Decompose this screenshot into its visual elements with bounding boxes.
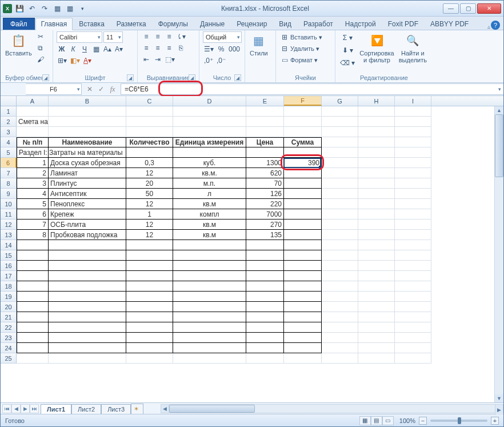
ribbon-tab-10[interactable]: ABBYY PDF bbox=[425, 18, 474, 30]
font-name-combo[interactable]: Calibri bbox=[57, 31, 102, 43]
cell[interactable] bbox=[49, 117, 126, 127]
cell[interactable] bbox=[126, 117, 173, 127]
col-header-A[interactable]: A bbox=[17, 96, 49, 106]
cell[interactable] bbox=[246, 281, 284, 292]
cell[interactable]: Плинтус bbox=[49, 178, 126, 189]
cell[interactable] bbox=[246, 127, 284, 137]
cell[interactable] bbox=[17, 302, 49, 312]
cell[interactable]: 1 bbox=[17, 158, 49, 168]
cell[interactable] bbox=[173, 322, 246, 333]
cell[interactable] bbox=[358, 147, 395, 158]
paste-button[interactable]: 📋 Вставить bbox=[4, 31, 33, 58]
col-header-F[interactable]: F bbox=[284, 96, 322, 106]
cell[interactable] bbox=[395, 117, 431, 127]
page-layout-view-icon[interactable]: ▤ bbox=[371, 416, 382, 425]
cell[interactable] bbox=[49, 281, 126, 292]
chevron-down-icon[interactable]: ▾ bbox=[77, 86, 80, 92]
cell[interactable]: Пеноплекс bbox=[49, 199, 126, 209]
name-box[interactable]: F6▾ bbox=[26, 83, 82, 95]
undo-icon[interactable]: ↶ bbox=[27, 3, 37, 14]
cell[interactable] bbox=[322, 261, 358, 271]
cell[interactable] bbox=[126, 353, 173, 364]
cell[interactable] bbox=[284, 271, 322, 281]
cell[interactable] bbox=[126, 147, 173, 158]
cell[interactable]: Наименование bbox=[49, 137, 126, 147]
cell[interactable]: 12 bbox=[126, 199, 173, 209]
col-header-H[interactable]: H bbox=[358, 96, 395, 106]
fx-icon[interactable]: fx bbox=[108, 85, 117, 94]
cell[interactable] bbox=[49, 353, 126, 364]
cell[interactable] bbox=[395, 137, 431, 147]
cell[interactable] bbox=[17, 281, 49, 292]
cell[interactable] bbox=[284, 312, 322, 322]
cell[interactable] bbox=[358, 178, 395, 189]
cell[interactable] bbox=[358, 322, 395, 333]
cell[interactable] bbox=[395, 178, 431, 189]
cell[interactable] bbox=[173, 240, 246, 250]
cell[interactable] bbox=[358, 199, 395, 209]
cell[interactable] bbox=[322, 137, 358, 147]
cell[interactable] bbox=[17, 250, 49, 261]
cell[interactable] bbox=[322, 158, 358, 168]
cell[interactable] bbox=[126, 271, 173, 281]
col-header-I[interactable]: I bbox=[395, 96, 431, 106]
cell[interactable] bbox=[322, 292, 358, 302]
cell[interactable] bbox=[322, 312, 358, 322]
col-header-B[interactable]: B bbox=[49, 96, 126, 106]
row-header[interactable]: 12 bbox=[1, 220, 17, 230]
cell[interactable] bbox=[49, 271, 126, 281]
align-middle-icon[interactable]: ≡ bbox=[153, 31, 163, 42]
cell[interactable] bbox=[284, 302, 322, 312]
cell[interactable] bbox=[322, 199, 358, 209]
cell[interactable] bbox=[358, 250, 395, 261]
cell[interactable] bbox=[284, 240, 322, 250]
cell[interactable]: Количество bbox=[126, 137, 173, 147]
cell[interactable] bbox=[322, 127, 358, 137]
cell[interactable]: ОСБ-плита bbox=[49, 220, 126, 230]
row-header[interactable]: 9 bbox=[1, 189, 17, 199]
cell[interactable] bbox=[49, 322, 126, 333]
increase-font-icon[interactable]: A▴ bbox=[102, 44, 113, 54]
col-header-E[interactable]: E bbox=[246, 96, 284, 106]
enter-formula-icon[interactable]: ✓ bbox=[97, 85, 106, 93]
cell[interactable] bbox=[246, 333, 284, 343]
border-button[interactable]: ⊞▾ bbox=[57, 55, 68, 66]
cell[interactable] bbox=[395, 168, 431, 178]
col-header-G[interactable]: G bbox=[322, 96, 358, 106]
orientation-icon[interactable]: ⤹▾ bbox=[175, 31, 187, 42]
align-top-icon[interactable]: ≡ bbox=[141, 31, 151, 42]
cell[interactable] bbox=[49, 240, 126, 250]
cell[interactable]: 135 bbox=[246, 230, 284, 240]
cell[interactable] bbox=[322, 147, 358, 158]
cell[interactable] bbox=[358, 312, 395, 322]
cell[interactable] bbox=[126, 312, 173, 322]
cell[interactable]: 50 bbox=[126, 189, 173, 199]
cell[interactable] bbox=[17, 343, 49, 353]
cell[interactable]: компл bbox=[173, 209, 246, 220]
cell[interactable] bbox=[358, 292, 395, 302]
cell[interactable]: кв.м. bbox=[173, 168, 246, 178]
cell[interactable] bbox=[49, 106, 126, 117]
insert-cells-button[interactable]: ⊞Вставить ▾ bbox=[279, 33, 323, 42]
increase-indent-icon[interactable]: ⇥ bbox=[153, 54, 163, 65]
col-header-D[interactable]: D bbox=[173, 96, 246, 106]
cell[interactable] bbox=[358, 333, 395, 343]
format-painter-icon[interactable]: 🖌 bbox=[35, 54, 46, 65]
cell[interactable]: Цена bbox=[246, 137, 284, 147]
italic-button[interactable]: К bbox=[68, 44, 78, 54]
cell[interactable]: кв.м bbox=[173, 199, 246, 209]
cell[interactable] bbox=[126, 281, 173, 292]
dialog-launcher-icon[interactable]: ◢ bbox=[234, 74, 241, 81]
sort-filter-button[interactable]: 🔽 Сортировка и фильтр bbox=[358, 31, 395, 65]
cell[interactable] bbox=[322, 230, 358, 240]
cell[interactable] bbox=[358, 209, 395, 220]
cell[interactable] bbox=[395, 353, 431, 364]
cell[interactable]: 1300 bbox=[246, 158, 284, 168]
cell[interactable]: кв.м bbox=[173, 230, 246, 240]
ribbon-tab-9[interactable]: Foxit PDF bbox=[382, 18, 424, 30]
cell[interactable] bbox=[49, 261, 126, 271]
row-header[interactable]: 15 bbox=[1, 250, 17, 261]
autosum-icon[interactable]: Σ ▾ bbox=[339, 33, 356, 43]
cell[interactable] bbox=[17, 106, 49, 117]
cell[interactable] bbox=[17, 312, 49, 322]
